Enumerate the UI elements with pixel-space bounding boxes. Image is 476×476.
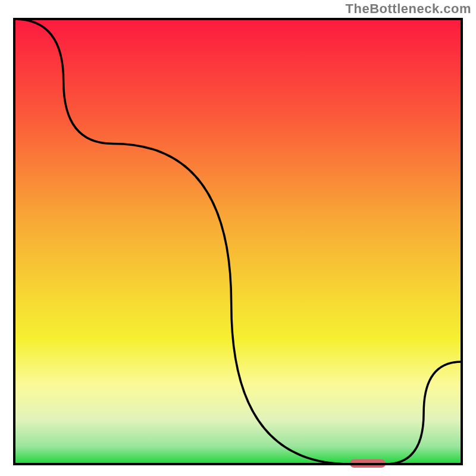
bottleneck-chart xyxy=(0,0,476,476)
chart-container: TheBottleneck.com xyxy=(0,0,476,476)
attribution-label: TheBottleneck.com xyxy=(346,1,471,17)
plot-background xyxy=(14,19,462,464)
